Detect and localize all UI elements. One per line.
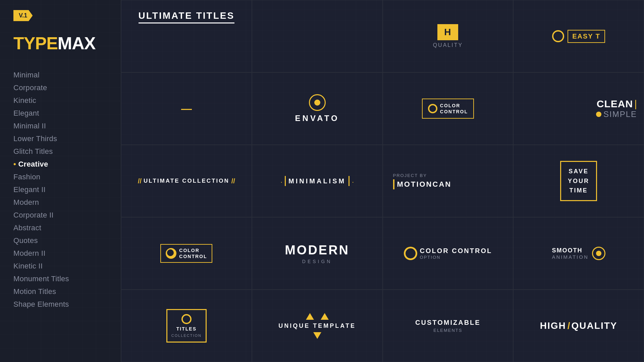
nav-list: Minimal Corporate Kinetic Elegant Minima… [13,69,107,311]
cell-ultimate-titles: ULTIMATE TITLES [121,0,252,72]
cell-color-control-bordered: COLOR CONTROL [383,72,514,145]
hq-slash-icon: / [568,320,570,331]
cursor-blink: | [634,98,637,110]
nav-item-elegant2[interactable]: Elegant II [13,183,107,196]
customizable-sub: ELEMENTS [433,328,462,333]
unique-text: UNIQUE TEMPLATE [278,322,356,329]
smooth-circle [592,247,605,260]
high-text: HIGH [540,320,566,331]
envato-dot [314,100,320,106]
main-grid: ULTIMATE TITLES H QUALITY EASY T — ENVAT… [121,0,644,362]
cell-envato: ENVATO [252,72,383,145]
titles-box-text: TITLES [176,326,197,331]
design-text: DESIGN [302,259,332,264]
cc-large-icon [404,247,417,260]
nav-item-monument[interactable]: Monument Titles [13,273,107,285]
nav-item-glitch-titles[interactable]: Glitch Titles [13,145,107,158]
cell-cc-icon: COLOR CONTROL OPTION [383,217,514,290]
hq-yellow-bar: H [437,24,458,40]
mini-dot-right: . [352,178,354,184]
quality-label: QUALITY [433,42,463,48]
titles-box-sub: COLLECTION [171,334,202,338]
motioncan-text: MOTIONCAN [397,180,452,189]
syt-text: SAVE YOUR TIME [568,167,589,195]
triangles-top [306,313,329,320]
cc-border-text: COLOR CONTROL [179,247,207,259]
cc-border-box: COLOR CONTROL [160,244,212,263]
triangle-down [313,332,321,339]
cell-save-your-time: SAVE YOUR TIME [513,145,644,217]
cell-minimalism: . MINIMALISM . [252,145,383,217]
nav-item-minimal2[interactable]: Minimal II [13,120,107,132]
mini-dot-left: . [281,178,282,184]
cell-customizable: CUSTOMIZABLE ELEMENTS [383,290,514,362]
cell-ultimate-collection: // ULTIMATE COLLECTION // [121,145,252,217]
simple-text: SIMPLE [603,110,637,119]
nav-item-lower-thirds[interactable]: Lower Thirds [13,132,107,145]
modern-text: MODERN [285,243,350,257]
dash-symbol: — [181,103,192,115]
slash-right: // [231,177,235,185]
logo-type: TYPE [13,34,58,53]
envato-circle-icon [309,94,326,111]
cell-modern-design: MODERN DESIGN [252,217,383,290]
cell-cc-border2: COLOR CONTROL [121,217,252,290]
nav-item-minimal[interactable]: Minimal [13,69,107,81]
nav-item-corporate[interactable]: Corporate [13,81,107,94]
slash-left: // [138,177,142,185]
color-control-box: COLOR CONTROL [422,99,474,119]
uc-text: ULTIMATE COLLECTION [144,178,229,184]
minimalism-text: MINIMALISM [288,177,346,185]
cell-motioncan: PROJECT BY MOTIONCAN [383,145,514,217]
cell-smooth-animation: SMOOTH ANIMATION [513,217,644,290]
triangle-up-right [321,313,329,320]
simple-dot [596,112,601,117]
nav-item-elegant[interactable]: Elegant [13,107,107,120]
motioncan-bar [393,179,394,189]
cc-label-col: COLOR CONTROL OPTION [420,247,492,260]
cell-titles-collection: TITLES COLLECTION [121,290,252,362]
cc-sub-text: OPTION [420,255,492,260]
nav-item-creative[interactable]: Creative [13,158,107,171]
smooth-inner [596,251,601,256]
easy-text: EASY T [568,30,605,43]
vert-bar-right [348,176,350,186]
version-badge: V.1 [13,10,33,21]
customizable-text: CUSTOMIZABLE [415,319,481,326]
cc-border-icon [166,248,176,259]
cc-main-text: COLOR CONTROL [420,247,492,255]
nav-item-corporate2[interactable]: Corporate II [13,209,107,222]
clean-text: CLEAN [597,98,633,110]
cc-box-text: COLOR CONTROL [440,103,468,115]
triangle-up-left [306,313,314,320]
cell-easy-to-use: EASY T [513,0,644,72]
nav-item-shape-elements[interactable]: Shape Elements [13,298,107,311]
envato-text: ENVATO [295,114,339,123]
nav-item-modern2[interactable]: Modern II [13,247,107,260]
nav-item-quotes[interactable]: Quotes [13,234,107,247]
syt-box: SAVE YOUR TIME [560,161,597,201]
nav-item-motion-titles[interactable]: Motion Titles [13,285,107,298]
nav-item-kinetic[interactable]: Kinetic [13,94,107,107]
simple-row: SIMPLE [596,110,637,119]
logo-max: MAX [58,34,96,53]
nav-item-fashion[interactable]: Fashion [13,171,107,183]
titles-icon [181,314,192,324]
cell-high-quality-slash: HIGH / QUALITY [513,290,644,362]
nav-item-modern[interactable]: Modern [13,196,107,209]
easy-icon [552,30,564,42]
nav-item-abstract[interactable]: Abstract [13,222,107,234]
quality-text: QUALITY [572,320,618,331]
cell-clean-simple: CLEAN| SIMPLE [513,72,644,145]
cell-unique-template: UNIQUE TEMPLATE [252,290,383,362]
logo: TYPEMAX [13,35,107,52]
smooth-text: SMOOTH [552,247,589,254]
cell-row1-col2 [252,0,383,72]
cell-dash: — [121,72,252,145]
vert-bar-left [285,176,286,186]
titles-box: TITLES COLLECTION [166,309,207,343]
animation-text: ANIMATION [552,254,589,260]
nav-item-kinetic2[interactable]: Kinetic II [13,260,107,273]
cell-high-quality: H QUALITY [383,0,514,72]
ultimate-titles-text: ULTIMATE TITLES [139,10,235,23]
